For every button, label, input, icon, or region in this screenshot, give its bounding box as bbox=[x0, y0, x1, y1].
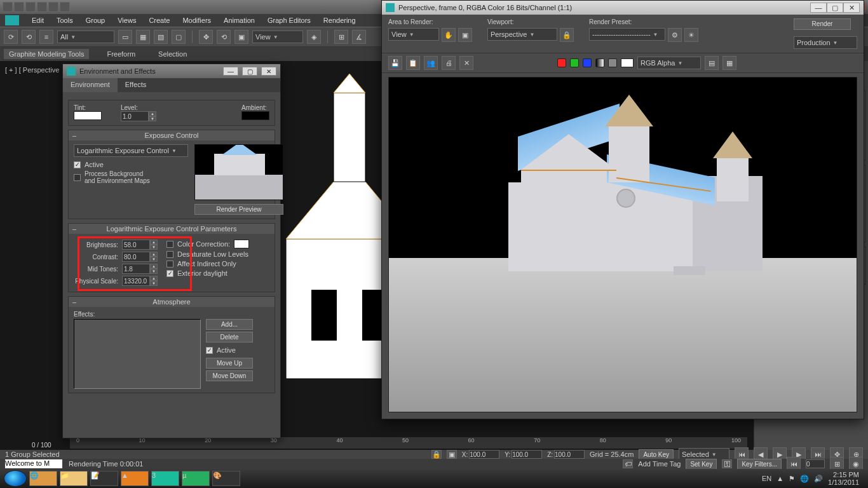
menu-views[interactable]: Views bbox=[118, 17, 136, 24]
select-name-icon[interactable]: ▦ bbox=[136, 30, 150, 44]
task-notes[interactable]: 📝 bbox=[90, 471, 118, 486]
region-icon[interactable]: ▣ bbox=[458, 28, 472, 42]
channel-dropdown[interactable]: RGB Alpha▼ bbox=[637, 57, 701, 69]
menu-graph-editors[interactable]: Graph Editors bbox=[268, 17, 311, 24]
task-3dsmax[interactable]: 3 bbox=[151, 471, 179, 486]
selection-filter-dropdown[interactable]: All▼ bbox=[57, 30, 114, 43]
tray-lang[interactable]: EN bbox=[762, 475, 771, 482]
area-dropdown[interactable]: View▼ bbox=[388, 28, 439, 41]
task-explorer[interactable]: 📁 bbox=[60, 471, 88, 486]
rollout-log-head[interactable]: –Logarithmic Exposure Control Parameters bbox=[69, 224, 275, 234]
env-minimize-button[interactable]: — bbox=[223, 67, 238, 76]
current-frame-input[interactable] bbox=[806, 459, 825, 468]
render-setup-icon[interactable]: ⚙ bbox=[668, 28, 682, 42]
undo-icon[interactable] bbox=[48, 2, 58, 12]
render-close-button[interactable]: ✕ bbox=[843, 3, 860, 13]
bind-icon[interactable]: ≡ bbox=[39, 30, 53, 44]
render-minimize-button[interactable]: — bbox=[810, 3, 827, 13]
blowup-icon[interactable]: ✋ bbox=[442, 28, 456, 42]
menu-modifiers[interactable]: Modifiers bbox=[182, 17, 211, 24]
select-icon[interactable]: ▭ bbox=[118, 30, 132, 44]
save-icon[interactable] bbox=[37, 2, 47, 12]
checkbox-atmos-active[interactable]: ✓ bbox=[206, 347, 213, 354]
swatch-tint[interactable] bbox=[74, 111, 102, 120]
swatch-ambient[interactable] bbox=[241, 111, 269, 120]
ribbon-freeform[interactable]: Freeform bbox=[102, 49, 140, 59]
timetag-icon[interactable]: 🏷 bbox=[623, 459, 633, 468]
select-region-icon[interactable]: ▧ bbox=[154, 30, 168, 44]
menu-animation[interactable]: Animation bbox=[224, 17, 255, 24]
qat-icons[interactable] bbox=[3, 2, 70, 12]
unlink-icon[interactable]: ⟲ bbox=[22, 30, 36, 44]
app-menu-icon[interactable] bbox=[5, 15, 19, 25]
render-titlebar[interactable]: Perspective, frame 0, RGBA Color 16 Bits… bbox=[382, 1, 864, 15]
coord-y[interactable] bbox=[512, 450, 542, 459]
coord-z[interactable] bbox=[554, 450, 585, 459]
channel-alpha-icon[interactable] bbox=[595, 58, 604, 67]
rotate-icon[interactable]: ⟲ bbox=[217, 30, 231, 44]
render-preview-button[interactable]: Render Preview bbox=[194, 204, 283, 215]
env-titlebar[interactable]: Environment and Effects — ▢ ✕ bbox=[63, 64, 280, 78]
snap-icon[interactable]: ⊞ bbox=[334, 30, 348, 44]
menu-group[interactable]: Group bbox=[86, 17, 105, 24]
viewport-dropdown[interactable]: Perspective▼ bbox=[487, 28, 557, 41]
ribbon-selection[interactable]: Selection bbox=[153, 49, 192, 59]
spinner-level[interactable]: ▲▼ bbox=[121, 111, 156, 121]
delete-effect-button[interactable]: Delete bbox=[206, 332, 253, 342]
lock-icon[interactable]: 🔒 bbox=[431, 450, 442, 459]
checkbox-process-bg[interactable] bbox=[74, 174, 81, 181]
move-icon[interactable]: ✥ bbox=[199, 30, 213, 44]
viewport-label[interactable]: [ + ] [ Perspective bbox=[5, 66, 59, 74]
tray-up-icon[interactable]: ▲ bbox=[776, 475, 783, 482]
bg-color-swatch[interactable] bbox=[621, 58, 634, 67]
rollout-atmos-head[interactable]: –Atmosphere bbox=[69, 297, 275, 307]
menu-create[interactable]: Create bbox=[149, 17, 170, 24]
exposure-type-dropdown[interactable]: Logarithmic Exposure Control▼ bbox=[74, 144, 188, 157]
channel-g-icon[interactable] bbox=[570, 58, 579, 67]
isolate-icon[interactable]: ▣ bbox=[447, 450, 457, 459]
tray-net-icon[interactable]: 🌐 bbox=[800, 475, 809, 483]
add-time-tag[interactable]: Add Time Tag bbox=[638, 460, 681, 468]
render-button[interactable]: Render bbox=[794, 18, 851, 30]
app-icon[interactable] bbox=[3, 2, 13, 12]
channel-r-icon[interactable] bbox=[557, 58, 566, 67]
moveup-button[interactable]: Move Up bbox=[206, 358, 253, 369]
task-chrome[interactable]: 🌐 bbox=[29, 471, 57, 486]
key-icon[interactable]: ⚿ bbox=[722, 459, 732, 468]
start-button[interactable] bbox=[4, 470, 27, 487]
overlay-icon-1[interactable]: ▤ bbox=[705, 56, 719, 70]
swatch-colorcorr[interactable] bbox=[234, 240, 249, 248]
tray-date[interactable]: 1/13/2011 bbox=[828, 478, 859, 486]
window-crossing-icon[interactable]: ▢ bbox=[172, 30, 186, 44]
movedown-button[interactable]: Move Down bbox=[206, 370, 253, 381]
ref-coord-dropdown[interactable]: View▼ bbox=[252, 30, 303, 43]
checkbox-active[interactable]: ✓ bbox=[74, 161, 81, 168]
maxscript-input[interactable]: Welcome to M bbox=[5, 459, 62, 468]
ribbon-graphite[interactable]: Graphite Modeling Tools bbox=[4, 49, 89, 59]
overlay-icon-2[interactable]: ▦ bbox=[722, 56, 736, 70]
task-paint[interactable]: 🎨 bbox=[212, 471, 240, 486]
task-utorrent[interactable]: µ bbox=[182, 471, 210, 486]
env-close-button[interactable]: ✕ bbox=[261, 67, 276, 76]
render-maximize-button[interactable]: ▢ bbox=[827, 3, 843, 13]
add-effect-button[interactable]: Add... bbox=[206, 319, 253, 330]
link-icon[interactable]: ⟳ bbox=[4, 30, 18, 44]
tray-time[interactable]: 2:15 PM bbox=[828, 471, 859, 478]
env-tab-effects[interactable]: Effects bbox=[118, 78, 154, 92]
open-icon[interactable] bbox=[25, 2, 36, 12]
copy-image-icon[interactable]: 📋 bbox=[406, 56, 420, 70]
clear-icon[interactable]: ✕ bbox=[459, 56, 473, 70]
channel-mono-icon[interactable] bbox=[608, 58, 617, 67]
channel-b-icon[interactable] bbox=[583, 58, 592, 67]
redo-icon[interactable] bbox=[60, 2, 70, 12]
keyfilters-button[interactable]: Key Filters... bbox=[737, 459, 782, 470]
tray-vol-icon[interactable]: 🔊 bbox=[814, 475, 823, 483]
lock-viewport-icon[interactable]: 🔒 bbox=[560, 28, 574, 42]
env-icon[interactable]: ☀ bbox=[684, 28, 698, 42]
coord-x[interactable] bbox=[469, 450, 499, 459]
menu-rendering[interactable]: Rendering bbox=[323, 17, 356, 24]
env-maximize-button[interactable]: ▢ bbox=[242, 67, 257, 76]
menu-edit[interactable]: Edit bbox=[32, 17, 44, 24]
scale-icon[interactable]: ▣ bbox=[234, 30, 248, 44]
render-canvas[interactable] bbox=[388, 77, 857, 412]
